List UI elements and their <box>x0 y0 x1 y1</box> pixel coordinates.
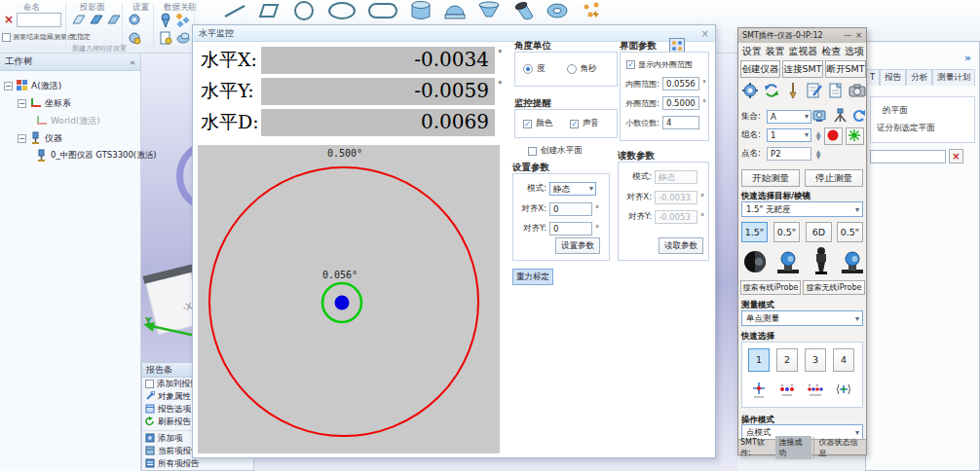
refresh-icon[interactable] <box>850 108 867 126</box>
status-instrument-label[interactable]: 仪器状态信息 <box>813 437 864 458</box>
target-6d-button[interactable]: 6D <box>806 222 832 242</box>
tab-measure-plan[interactable]: 测量计划 <box>932 69 975 86</box>
slot-shape-icon[interactable] <box>366 0 399 23</box>
set-align-x-input[interactable]: 0 <box>549 202 592 216</box>
clear-name-icon[interactable]: × <box>4 14 14 25</box>
camera-icon[interactable] <box>848 82 866 101</box>
expander-icon[interactable] <box>18 134 26 143</box>
sound-alert-checkbox[interactable] <box>570 120 579 128</box>
degree-radio[interactable] <box>523 64 533 74</box>
tab-partial[interactable]: T <box>866 69 880 86</box>
search-wireless-iprobe-button[interactable]: 搜索无线iProbe <box>803 280 865 295</box>
expander-icon[interactable] <box>4 82 13 91</box>
gravity-calibration-button[interactable]: 重力标定 <box>512 269 553 285</box>
clear-input-icon[interactable]: × <box>949 149 963 163</box>
menu-settings[interactable]: 设置 <box>742 45 762 58</box>
tree-item-instrument-gts3300[interactable]: 0_中图仪器 GTS3300(激活) <box>4 147 140 164</box>
report-checkbox-icon[interactable] <box>145 380 154 388</box>
settings-gear-icon[interactable] <box>127 12 143 30</box>
quick-3-button[interactable]: 3 <box>805 348 826 372</box>
points-group-icon[interactable] <box>175 12 192 30</box>
target-0-5in-b-button[interactable]: 0.5" <box>837 222 863 242</box>
create-plane-checkbox[interactable] <box>528 147 537 156</box>
smt-titlebar[interactable]: SMT插件-仪器-0-IP:12 — ✕ <box>738 28 866 43</box>
smr-prism-icon[interactable] <box>742 248 770 277</box>
tripod-icon[interactable] <box>832 108 848 126</box>
set-mode-dropdown[interactable]: 静态 <box>549 182 596 196</box>
point-cloud-icon[interactable] <box>175 30 192 49</box>
expander-icon[interactable] <box>18 99 26 108</box>
multi-point-mode-icon[interactable] <box>778 381 796 401</box>
projection-plane-icon[interactable] <box>69 12 87 29</box>
scan-points-mode-icon[interactable] <box>807 381 824 401</box>
cylinder-shape-icon[interactable] <box>408 0 433 24</box>
target-0-5in-button[interactable]: 0.5" <box>773 222 800 242</box>
minimize-icon[interactable]: — <box>844 31 851 40</box>
tree-item-coordsys[interactable]: 坐标系 <box>4 94 140 112</box>
camera-view-icon[interactable] <box>812 108 829 126</box>
tree-item-collection[interactable]: A(激活) <box>4 77 140 94</box>
target-dropdown[interactable]: 1.5" 无靶座 <box>741 201 863 217</box>
circle-shape-icon[interactable] <box>290 0 318 23</box>
quick-1-button[interactable]: 1 <box>748 348 770 372</box>
menu-device[interactable]: 装置 <box>766 45 785 58</box>
construct-points-icon[interactable] <box>579 0 604 24</box>
close-icon[interactable] <box>701 28 709 39</box>
side-panel-input[interactable] <box>870 150 946 163</box>
gear-icon[interactable] <box>741 82 759 101</box>
apply-set-params-button[interactable]: 设置参数 <box>555 237 600 254</box>
measure-mode-dropdown[interactable]: 单点测量 <box>741 310 863 326</box>
hide-points-checkbox[interactable] <box>2 33 11 42</box>
set-align-y-input[interactable]: 0 <box>549 222 592 236</box>
record-point-button[interactable] <box>824 127 843 145</box>
cone-shape-icon[interactable] <box>476 0 502 24</box>
disconnect-smt-button[interactable]: 断开SMT <box>825 60 866 78</box>
target-1-5in-button[interactable]: 1.5" <box>741 222 768 242</box>
document-icon[interactable] <box>827 82 845 101</box>
projection-plane-filled-icon[interactable] <box>87 12 104 29</box>
collapse-panel-icon[interactable]: « <box>130 56 135 67</box>
search-wired-iprobe-button[interactable]: 搜索有线iProbe <box>740 280 801 295</box>
group-dropdown[interactable]: 1 <box>767 128 811 142</box>
collection-dropdown[interactable]: A <box>767 110 811 124</box>
tprobe-icon[interactable] <box>809 246 834 277</box>
hide-points-row[interactable]: 测量结束隐藏测量点 <box>2 32 74 42</box>
torus-shape-icon[interactable] <box>545 0 570 24</box>
tilted-cylinder-shape-icon[interactable] <box>510 0 536 24</box>
create-instrument-button[interactable]: 创建仪器 <box>740 60 780 78</box>
tab-report[interactable]: 报告 <box>880 69 906 86</box>
expand-panel-icon[interactable]: » <box>964 52 971 64</box>
connect-smt-button[interactable]: 连接SMT <box>782 60 823 78</box>
color-alert-checkbox[interactable] <box>523 120 532 128</box>
name-input[interactable] <box>17 13 61 27</box>
projection-plane-alt-icon[interactable] <box>104 12 122 29</box>
sync-icon[interactable] <box>763 82 780 101</box>
single-point-mode-icon[interactable] <box>751 381 767 401</box>
create-plane-row[interactable]: 创建水平面 <box>528 145 583 157</box>
point-spinner[interactable] <box>813 147 823 161</box>
menu-options[interactable]: 选项 <box>845 45 864 58</box>
quick-2-button[interactable]: 2 <box>776 348 798 372</box>
laser-pointer-button[interactable] <box>846 127 864 145</box>
line-shape-icon[interactable] <box>222 1 247 22</box>
parallelogram-shape-icon[interactable] <box>256 1 282 22</box>
location-pin-icon[interactable] <box>158 12 174 30</box>
report-item-all-items[interactable]: 所有项报告 <box>142 457 253 470</box>
tree-item-world[interactable]: World(激活) <box>4 112 140 129</box>
outer-range-input[interactable]: 0.5000 <box>662 96 699 110</box>
menu-check[interactable]: 检查 <box>821 45 841 58</box>
settings-gear2-icon[interactable] <box>127 30 143 49</box>
start-measure-button[interactable]: 开始测量 <box>741 169 800 187</box>
group-spinner[interactable] <box>813 128 823 142</box>
plumb-icon[interactable] <box>784 82 802 101</box>
stop-measure-button[interactable]: 停止测量 <box>805 169 863 187</box>
decimals-input[interactable]: 4 <box>662 116 699 129</box>
arcsec-radio[interactable] <box>567 64 577 74</box>
edit-document-icon[interactable] <box>806 82 823 101</box>
tree-item-instruments[interactable]: 仪器 <box>4 129 140 147</box>
point-name-input[interactable]: P2 <box>767 147 811 161</box>
tab-analysis[interactable]: 分析 <box>906 69 932 86</box>
close-icon[interactable]: ✕ <box>855 31 862 40</box>
doc-gear-icon[interactable] <box>158 30 174 49</box>
quick-4-button[interactable]: 4 <box>833 348 854 372</box>
